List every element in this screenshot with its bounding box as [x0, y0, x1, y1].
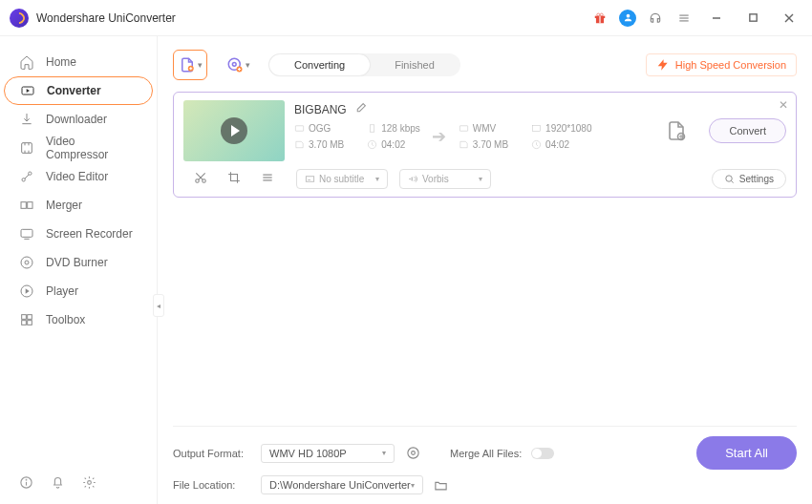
svg-rect-10 [749, 14, 756, 21]
toolbar: ▾ ▾ Converting Finished High Speed Conve… [173, 46, 797, 84]
add-file-button[interactable]: ▾ [173, 50, 207, 80]
tab-finished[interactable]: Finished [370, 54, 459, 75]
audio-select[interactable]: Vorbis▾ [399, 169, 491, 189]
chevron-down-icon: ▾ [198, 60, 203, 70]
start-all-button[interactable]: Start All [696, 436, 797, 470]
sidebar: Home Converter Downloader Video Compress… [0, 36, 158, 504]
file-item: ✕ BIGBANG OGG 128 kbps 3.70 MB 04:02 [173, 92, 797, 198]
nav-label: Merger [46, 199, 82, 212]
source-meta: OGG 128 kbps 3.70 MB 04:02 [294, 123, 420, 150]
nav-label: Converter [47, 84, 101, 97]
file-location-label: File Location: [173, 479, 251, 491]
sidebar-item-toolbox[interactable]: Toolbox [0, 305, 157, 334]
svg-rect-44 [459, 126, 467, 132]
svg-rect-25 [22, 315, 27, 320]
sidebar-item-dvd[interactable]: DVD Burner [0, 248, 157, 277]
info-icon[interactable] [19, 475, 33, 493]
svg-point-4 [600, 13, 603, 16]
crop-icon[interactable] [227, 171, 241, 187]
svg-point-15 [22, 178, 25, 181]
bell-icon[interactable] [51, 475, 65, 493]
svg-point-3 [597, 13, 600, 16]
svg-rect-41 [295, 126, 303, 132]
svg-point-31 [26, 479, 27, 480]
svg-point-5 [626, 14, 630, 18]
svg-point-22 [21, 257, 32, 268]
svg-line-58 [731, 180, 733, 182]
settings-button[interactable]: Settings [712, 169, 786, 189]
nav-label: Video Editor [46, 170, 108, 183]
output-format-icon[interactable] [665, 119, 688, 142]
svg-point-16 [29, 172, 32, 175]
add-dvd-button[interactable]: ▾ [221, 50, 255, 80]
high-speed-toggle[interactable]: High Speed Conversion [646, 53, 797, 76]
play-icon [221, 117, 247, 144]
merge-label: Merge All Files: [450, 448, 522, 459]
tab-converting[interactable]: Converting [269, 54, 370, 75]
app-title: Wondershare UniConverter [36, 11, 176, 25]
sidebar-item-downloader[interactable]: Downloader [0, 105, 157, 134]
headset-icon[interactable] [646, 9, 665, 28]
menu-icon[interactable] [674, 9, 694, 28]
merge-toggle[interactable] [531, 448, 554, 459]
gift-icon[interactable] [590, 9, 609, 28]
svg-point-32 [88, 481, 92, 485]
rename-icon[interactable] [354, 102, 367, 117]
svg-rect-42 [370, 125, 374, 132]
convert-button[interactable]: Convert [709, 118, 786, 143]
nav-label: DVD Burner [46, 256, 108, 269]
hsc-label: High Speed Conversion [675, 59, 786, 71]
more-icon[interactable] [261, 171, 274, 187]
svg-rect-27 [22, 321, 27, 326]
svg-point-59 [411, 452, 415, 455]
nav-label: Toolbox [46, 313, 85, 326]
nav-label: Screen Recorder [46, 227, 133, 241]
nav-label: Home [46, 55, 76, 69]
nav-label: Downloader [46, 113, 107, 126]
video-thumbnail[interactable] [183, 100, 285, 161]
target-meta: WMV 1920*1080 3.70 MB 04:02 [459, 123, 592, 150]
tabs: Converting Finished [268, 53, 460, 76]
maximize-button[interactable] [739, 9, 766, 28]
file-title: BIGBANG [294, 103, 347, 116]
format-settings-icon[interactable] [404, 445, 421, 462]
file-location-select[interactable]: D:\Wondershare UniConverter▾ [261, 475, 423, 494]
collapse-sidebar-handle[interactable]: ◂ [153, 294, 164, 317]
sidebar-item-recorder[interactable]: Screen Recorder [0, 220, 157, 248]
svg-rect-20 [21, 229, 32, 237]
sidebar-item-compressor[interactable]: Video Compressor [0, 134, 157, 162]
sidebar-item-merger[interactable]: Merger [0, 191, 157, 220]
trim-icon[interactable] [194, 171, 207, 187]
nav-label: Player [46, 284, 78, 298]
svg-rect-18 [21, 202, 26, 209]
svg-rect-55 [306, 177, 313, 182]
gear-icon[interactable] [82, 475, 96, 493]
remove-file-button[interactable]: ✕ [779, 98, 788, 112]
titlebar: Wondershare UniConverter [0, 0, 812, 36]
svg-point-23 [25, 261, 29, 264]
output-format-select[interactable]: WMV HD 1080P▾ [261, 444, 395, 463]
output-format-label: Output Format: [173, 448, 251, 459]
minimize-button[interactable] [703, 9, 730, 28]
close-button[interactable] [776, 9, 802, 28]
arrow-icon: ➔ [420, 126, 459, 147]
svg-rect-19 [28, 202, 32, 209]
svg-rect-26 [28, 315, 32, 320]
svg-rect-14 [22, 143, 32, 154]
svg-point-57 [726, 176, 732, 181]
sidebar-item-home[interactable]: Home [0, 48, 157, 76]
svg-point-60 [407, 448, 417, 458]
app-logo [10, 9, 29, 28]
open-folder-icon[interactable] [433, 476, 450, 494]
subtitle-select[interactable]: No subtitle▾ [296, 169, 388, 189]
sidebar-item-player[interactable]: Player [0, 277, 157, 305]
svg-point-37 [232, 62, 236, 66]
svg-rect-28 [28, 321, 32, 326]
sidebar-item-editor[interactable]: Video Editor [0, 162, 157, 191]
svg-rect-2 [599, 15, 600, 23]
sidebar-item-converter[interactable]: Converter [4, 76, 153, 105]
user-avatar[interactable] [619, 10, 636, 27]
svg-rect-45 [532, 125, 540, 131]
svg-line-17 [25, 175, 29, 178]
nav-label: Video Compressor [46, 135, 138, 161]
